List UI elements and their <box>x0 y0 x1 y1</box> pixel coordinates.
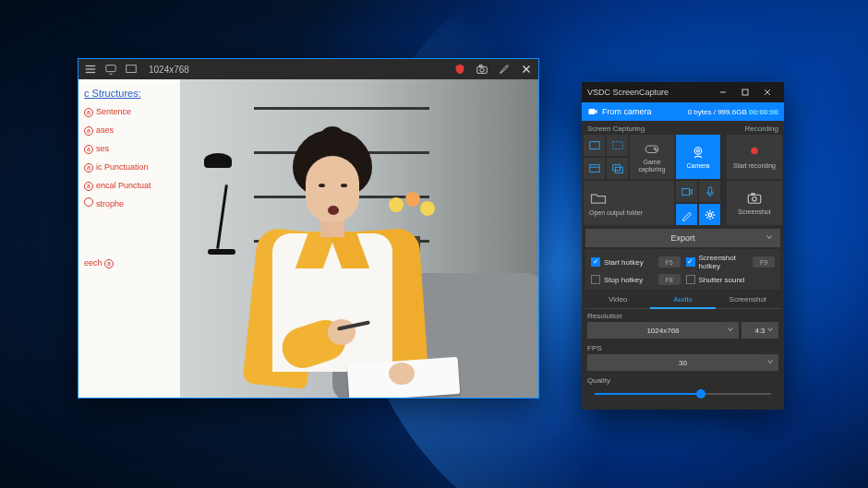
camera-tool-icon[interactable] <box>476 63 488 76</box>
settings-gear-icon[interactable] <box>699 204 720 225</box>
svg-point-26 <box>694 148 702 155</box>
svg-rect-30 <box>708 186 712 193</box>
close-button[interactable] <box>756 82 778 102</box>
svg-rect-29 <box>681 188 689 195</box>
quality-label: Quality <box>587 376 778 385</box>
open-output-folder-tile[interactable]: Open output folder <box>584 181 674 225</box>
shield-icon[interactable] <box>453 63 466 76</box>
source-label: From camera <box>602 107 652 116</box>
hotkeys-panel: Start hotkey F5 Screenshot hotkey F9 Sto… <box>585 249 780 290</box>
svg-point-27 <box>697 149 700 152</box>
settings-section-tabs: Video Audio Screenshot <box>582 292 784 309</box>
section-recording-label: Recording <box>745 125 778 133</box>
svg-point-28 <box>751 148 758 155</box>
capture-mode-multi-icon[interactable] <box>607 158 628 179</box>
aspect-ratio-select[interactable]: 4:3 <box>741 322 778 339</box>
start-hotkey-checkbox[interactable] <box>591 257 600 267</box>
stop-hotkey-row[interactable]: Stop hotkey F8 <box>591 274 681 285</box>
screenshot-hotkey-key[interactable]: F9 <box>753 256 775 268</box>
microphone-icon[interactable] <box>699 181 720 202</box>
brush-icon[interactable] <box>498 63 511 76</box>
stop-hotkey-key[interactable]: F8 <box>658 274 681 285</box>
svg-point-33 <box>753 197 757 202</box>
svg-rect-32 <box>748 195 761 203</box>
screenshot-tile[interactable]: Screenshot <box>727 181 782 225</box>
tab-screenshot[interactable]: Screenshot <box>716 292 780 309</box>
svg-rect-12 <box>742 89 748 95</box>
tab-audio[interactable]: Audio <box>650 292 715 309</box>
svg-rect-3 <box>106 65 116 72</box>
shutter-sound-checkbox[interactable] <box>686 275 695 284</box>
capture-mode-window-icon[interactable] <box>584 158 605 179</box>
fps-label: FPS <box>587 344 778 352</box>
svg-point-31 <box>708 213 712 217</box>
maximize-button[interactable] <box>734 82 756 102</box>
export-dropdown[interactable]: Export <box>585 229 780 247</box>
game-capturing-tile[interactable]: Game capturing <box>630 135 674 179</box>
monitor-icon[interactable] <box>104 63 117 76</box>
chevron-down-icon <box>766 358 774 367</box>
overlay-webcam-icon[interactable] <box>676 181 697 202</box>
chevron-down-icon <box>727 326 734 335</box>
svg-point-24 <box>654 148 656 149</box>
screenshot-hotkey-checkbox[interactable] <box>686 257 695 267</box>
display-icon[interactable] <box>125 63 138 76</box>
capture-mode-fullscreen-icon[interactable] <box>584 135 605 156</box>
close-preview-icon[interactable] <box>520 63 533 76</box>
stop-hotkey-checkbox[interactable] <box>591 275 600 284</box>
preview-titlebar: 1024x768 <box>78 59 538 79</box>
app-title: VSDC ScreenCapture <box>587 88 669 97</box>
camera-tile[interactable]: Camera <box>676 135 720 179</box>
fps-select[interactable]: 30 <box>587 354 778 371</box>
svg-rect-5 <box>127 65 137 73</box>
svg-rect-17 <box>612 141 622 149</box>
source-bar[interactable]: From camera 0 bytes / 999.6GB 00:00:00 <box>582 102 784 121</box>
camera-preview-area: c Structures: aSentence aases ases aic P… <box>78 79 538 398</box>
settings-window: VSDC ScreenCapture From camera 0 bytes /… <box>582 82 784 410</box>
drawing-tools-icon[interactable] <box>676 204 697 225</box>
section-screen-capturing-label: Screen Capturing <box>587 125 645 133</box>
camera-preview-window: 1024x768 <box>78 58 539 399</box>
status-bytes: 0 bytes / 999.6GB <box>688 108 747 116</box>
chevron-down-icon <box>766 233 773 243</box>
capture-mode-region-icon[interactable] <box>607 135 628 156</box>
preview-resolution-label: 1024x768 <box>149 65 189 75</box>
minimize-button[interactable] <box>712 82 734 102</box>
status-time: 00:00:00 <box>749 108 778 116</box>
quality-slider[interactable] <box>595 387 771 401</box>
hamburger-menu-icon[interactable] <box>84 63 97 76</box>
whiteboard-content: c Structures: aSentence aases ases aic P… <box>78 79 180 398</box>
resolution-label: Resolution <box>587 312 778 320</box>
start-hotkey-key[interactable]: F5 <box>658 256 681 268</box>
svg-rect-15 <box>589 109 596 114</box>
start-recording-tile[interactable]: Start recording <box>727 135 782 179</box>
tab-video[interactable]: Video <box>585 292 650 309</box>
svg-rect-18 <box>589 164 599 172</box>
svg-rect-34 <box>752 194 754 196</box>
shutter-sound-row[interactable]: Shutter sound <box>686 274 776 285</box>
screenshot-hotkey-row[interactable]: Screenshot hotkey F9 <box>686 254 776 270</box>
svg-rect-8 <box>479 65 482 67</box>
chevron-down-icon <box>766 326 774 335</box>
settings-titlebar: VSDC ScreenCapture <box>582 82 784 102</box>
svg-rect-16 <box>589 141 599 149</box>
export-label: Export <box>670 233 694 243</box>
resolution-select[interactable]: 1024x768 <box>587 322 739 339</box>
svg-point-25 <box>656 149 657 151</box>
svg-point-7 <box>480 68 484 72</box>
start-hotkey-row[interactable]: Start hotkey F5 <box>591 254 681 270</box>
